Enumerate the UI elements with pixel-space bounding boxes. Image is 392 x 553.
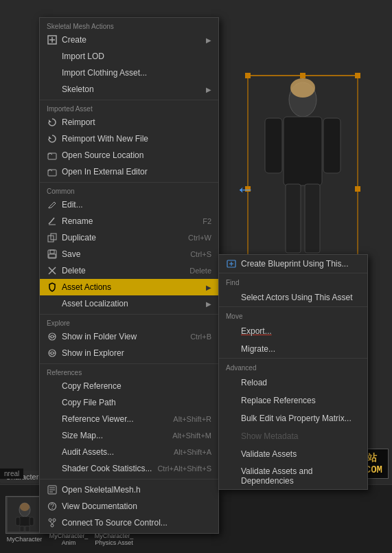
section-header-explore: Explore [40,317,218,328]
thumbnail-my-character[interactable]: MyCharacter [5,496,43,543]
save-label: Save [62,249,186,259]
import-clothing-label: Import Clothing Asset... [62,68,211,78]
menu-item-reference-viewer[interactable]: Reference Viewer... Alt+Shift+R [40,411,218,427]
view-docs-label: View Documentation [62,501,211,511]
show-metadata-label: Show Metadata [241,431,360,441]
menu-item-rename[interactable]: Rename F2 [40,213,218,229]
reimport-icon [47,117,58,128]
svg-marker-21 [49,136,51,139]
section-skeletal-mesh-actions: Skeletal Mesh Actions Create ▶ Import LO… [40,18,218,100]
menu-item-delete[interactable]: Delete Delete [40,262,218,279]
right-menu-item-validate-assets[interactable]: Validate Assets [219,445,367,463]
menu-item-copy-reference[interactable]: Copy Reference [40,378,218,394]
menu-item-shader-cook[interactable]: Shader Cook Statistics... Ctrl+Alt+Shift… [40,460,218,477]
menu-item-edit[interactable]: Edit... [40,196,218,213]
open-source-label: Open Source Location [62,150,211,160]
right-menu-item-create-blueprint[interactable]: Create Blueprint Using This... [219,255,367,273]
right-menu-item-replace-references[interactable]: Replace References [219,392,367,409]
menu-item-create[interactable]: Create ▶ [40,32,218,48]
create-label: Create [62,35,199,45]
right-section-move-wrapper: Move Export... Migrate... [219,306,367,358]
arrow-indicator: ← [235,179,255,201]
asset-localization-icon [47,298,58,309]
menu-item-reimport-new[interactable]: Reimport With New File [40,131,218,147]
svg-rect-57 [19,517,30,526]
menu-item-view-docs[interactable]: View Documentation [40,498,218,515]
reference-viewer-icon [47,414,58,425]
svg-rect-58 [16,517,20,526]
reload-icon [226,377,237,388]
menu-item-reimport[interactable]: Reimport [40,114,218,131]
audit-assets-icon [47,447,58,458]
section-header-imported: Imported Asset [40,102,218,114]
open-skeletal-label: Open SkeletalMesh.h [62,485,211,495]
menu-item-open-external[interactable]: Open In External Editor [40,163,218,180]
section-common: Common Edit... Rename F2 Duplicate Ctrl+… [40,183,218,315]
asset-localization-arrow: ▶ [206,300,211,308]
open-external-label: Open In External Editor [62,167,211,177]
svg-rect-6 [305,184,320,253]
edit-icon [47,199,58,210]
validate-assets-label: Validate Assets [241,449,360,459]
menu-item-import-clothing[interactable]: Import Clothing Asset... [40,65,218,81]
rename-shortcut: F2 [203,217,211,225]
section-header-skeletal: Skeletal Mesh Actions [40,20,218,32]
svg-point-45 [51,508,53,509]
svg-point-3 [290,78,315,98]
right-menu-item-select-actors[interactable]: Select Actors Using This Asset [219,289,367,306]
show-explorer-label: Show in Explorer [62,348,211,358]
svg-line-50 [52,521,54,524]
menu-item-show-explorer[interactable]: Show in Explorer [40,345,218,361]
right-menu-item-validate-dependencies[interactable]: Validate Assets and Dependencies [219,463,367,489]
thumbnail-label-my-character: MyCharacter [7,536,43,543]
rename-label: Rename [62,216,198,226]
section-explore: Explore Show in Folder View Ctrl+B Show … [40,315,218,364]
export-label: Export... [241,326,360,336]
validate-dependencies-icon [226,471,237,482]
bulk-edit-label: Bulk Edit via Property Matrix... [241,414,360,423]
menu-item-size-map[interactable]: Size Map... Alt+Shift+M [40,427,218,444]
svg-marker-20 [49,120,51,122]
menu-item-copy-file-path[interactable]: Copy File Path [40,394,218,411]
right-menu-item-export[interactable]: Export... [219,322,367,340]
right-section-find-wrapper: Find Select Actors Using This Asset [219,273,367,306]
source-control-icon [47,517,58,528]
open-skeletal-icon [47,484,58,495]
menu-item-import-lod[interactable]: Import LOD [40,48,218,65]
menu-item-open-skeletal[interactable]: Open SkeletalMesh.h [40,482,218,498]
menu-item-skeleton[interactable]: Skeleton ▶ [40,81,218,98]
right-menu-item-migrate[interactable]: Migrate... [219,340,367,358]
svg-line-49 [50,521,52,524]
menu-item-duplicate[interactable]: Duplicate Ctrl+W [40,229,218,246]
svg-rect-16 [355,186,360,192]
open-external-icon [47,166,58,177]
menu-item-show-folder[interactable]: Show in Folder View Ctrl+B [40,328,218,345]
show-folder-shortcut: Ctrl+B [190,332,211,341]
menu-item-audit-assets[interactable]: Audit Assets... Alt+Shift+A [40,444,218,460]
svg-point-37 [51,352,54,354]
audit-assets-label: Audit Assets... [62,447,170,457]
create-blueprint-label: Create Blueprint Using This... [241,259,360,269]
copy-reference-label: Copy Reference [62,381,211,391]
show-explorer-icon [47,348,58,359]
menu-item-asset-localization[interactable]: Asset Localization ▶ [40,295,218,312]
audit-assets-shortcut: Alt+Shift+A [174,448,211,456]
duplicate-shortcut: Ctrl+W [188,234,211,242]
svg-rect-60 [20,526,24,532]
right-section-header-find: Find [219,275,367,289]
menu-item-save[interactable]: Save Ctrl+S [40,246,218,262]
menu-item-asset-actions[interactable]: Asset Actions ▶ [40,279,218,295]
select-actors-icon [226,292,237,303]
shader-cook-icon [47,463,58,474]
svg-rect-8 [323,118,341,173]
right-menu-item-bulk-edit[interactable]: Bulk Edit via Property Matrix... [219,409,367,427]
import-clothing-icon [47,67,58,78]
right-section-header-move: Move [219,309,367,322]
menu-item-source-control[interactable]: Connect To Source Control... [40,515,218,531]
svg-rect-9 [245,73,251,78]
right-menu-item-reload[interactable]: Reload [219,374,367,392]
thumbnail-label-my-character-anim: MyCharacter_Anim [49,532,89,546]
migrate-label: Migrate... [241,344,360,354]
save-icon [47,249,58,260]
menu-item-open-source[interactable]: Open Source Location [40,147,218,163]
